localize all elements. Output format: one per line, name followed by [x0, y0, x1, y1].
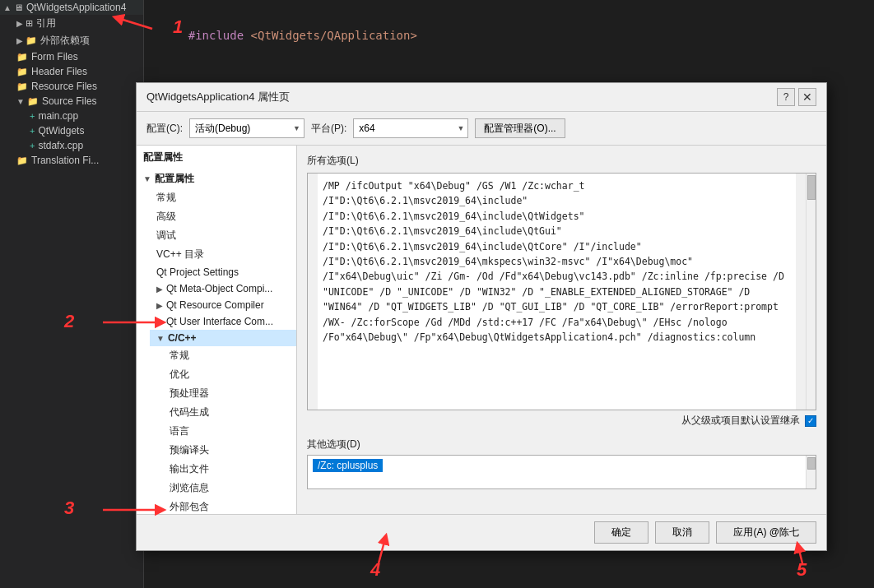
- dialog-help-button[interactable]: ?: [777, 88, 795, 106]
- apply-button[interactable]: 应用(A) @陈七: [716, 521, 816, 544]
- cancel-button[interactable]: 取消: [655, 521, 709, 544]
- selected-option-token[interactable]: /Zc: cplusplus: [313, 459, 383, 472]
- tree-node-qt-ui[interactable]: ▶Qt User Interface Com...: [150, 313, 296, 330]
- sidebar-item-extern[interactable]: ▶ 📁 外部依赖项: [0, 32, 143, 49]
- sidebar-item-header[interactable]: 📁 Header Files: [0, 64, 143, 79]
- expand-icon: ▲: [3, 3, 12, 12]
- inherit-row: 从父级或项目默认设置继承: [297, 410, 826, 431]
- folder-icon: 📁: [26, 35, 37, 46]
- other-options-section: 其他选项(D) /Zc: cplusplus: [307, 438, 816, 489]
- sidebar-item-label: QtWidgets: [38, 125, 84, 137]
- sidebar-item-form[interactable]: 📁 Form Files: [0, 49, 143, 64]
- expand-icon: ▼: [156, 334, 165, 343]
- ok-button[interactable]: 确定: [594, 521, 649, 544]
- config-label: 配置(C):: [146, 122, 183, 136]
- file-tree-panel: ▲ 🖥 QtWidgetsApplication4 ▶ ⊞ 引用 ▶ 📁 外部依…: [0, 0, 144, 588]
- config-bar: 配置(C): 活动(Debug) 平台(P): x64 配置管理器(O)...: [137, 112, 826, 146]
- platform-select[interactable]: x64: [353, 118, 468, 138]
- sidebar-item-label: 引用: [36, 16, 56, 30]
- expand-icon: ▼: [143, 174, 151, 183]
- expand-icon: ▼: [16, 97, 25, 106]
- dialog-titlebar: QtWidgetsApplication4 属性页 ? ✕: [137, 83, 826, 112]
- other-scrollbar-thumb[interactable]: [807, 457, 816, 470]
- code-line-2: [160, 63, 858, 81]
- expand-icon: ▶: [156, 301, 163, 310]
- code-line-1: #include <QtWidgets/QApplication>: [160, 8, 858, 63]
- tree-node-qt-project[interactable]: Qt Project Settings: [150, 264, 296, 280]
- tree-node-vcdir[interactable]: VC++ 目录: [150, 245, 296, 264]
- ref-icon: ⊞: [26, 18, 33, 29]
- sidebar-item-label: QtWidgetsApplication4: [26, 2, 126, 13]
- sidebar-item-ref[interactable]: ▶ ⊞ 引用: [0, 15, 143, 32]
- project-icon: 🖥: [14, 2, 23, 12]
- sidebar-item-label: main.cpp: [38, 110, 78, 122]
- tree-node-preprocessor[interactable]: 预处理器: [163, 384, 296, 403]
- tree-node-language[interactable]: 语言: [163, 422, 296, 441]
- platform-label: 平台(P):: [311, 122, 346, 136]
- tree-node-codegen[interactable]: 代码生成: [163, 403, 296, 422]
- tree-node-advanced[interactable]: 高级: [150, 207, 296, 226]
- tree-node-general[interactable]: 常规: [150, 188, 296, 207]
- tree-node-qt-resource[interactable]: ▶Qt Resource Compiler: [150, 297, 296, 313]
- folder-icon: 📁: [27, 96, 39, 107]
- expand-icon: ▶: [156, 285, 163, 294]
- sidebar-item-label: Translation Fi...: [31, 155, 99, 166]
- tree-node-external[interactable]: 外部包含: [163, 498, 296, 514]
- content-panel: 所有选项(L) /MP /ifcOutput "x64\Debug" /GS /…: [297, 146, 826, 514]
- sidebar-item-qtwidgets[interactable]: + QtWidgets: [0, 123, 143, 138]
- folder-icon: 📁: [16, 81, 28, 92]
- tree-node-cpp[interactable]: ▼C/C++: [150, 330, 296, 346]
- sidebar-item-translation[interactable]: 📁 Translation Fi...: [0, 153, 143, 168]
- inherit-checkbox[interactable]: [805, 415, 816, 427]
- properties-dialog: QtWidgetsApplication4 属性页 ? ✕ 配置(C): 活动(…: [136, 82, 827, 551]
- file-icon: +: [30, 111, 35, 121]
- dialog-close-button[interactable]: ✕: [798, 88, 816, 106]
- dialog-controls: ? ✕: [777, 88, 816, 106]
- sidebar-item-source[interactable]: ▼ 📁 Source Files: [0, 94, 143, 109]
- sidebar-item-label: 外部依赖项: [40, 34, 90, 48]
- sidebar-item-resource[interactable]: 📁 Resource Files: [0, 79, 143, 94]
- tree-node-config[interactable]: ▼配置属性: [137, 169, 296, 188]
- config-select-wrapper: 活动(Debug): [189, 118, 305, 138]
- file-icon: +: [30, 126, 35, 136]
- sidebar-item-label: Resource Files: [31, 81, 97, 92]
- sidebar-item-label: stdafx.cpp: [38, 140, 83, 151]
- tree-node-pch[interactable]: 预编译头: [163, 441, 296, 460]
- tree-node-cpp-general[interactable]: 常规: [163, 346, 296, 365]
- dialog-footer: 确定 取消 应用(A) @陈七: [137, 514, 826, 550]
- other-scrollbar[interactable]: [806, 456, 816, 488]
- sidebar-item-label: Form Files: [31, 51, 78, 63]
- tree-node-output[interactable]: 输出文件: [163, 460, 296, 479]
- other-input-box[interactable]: /Zc: cplusplus: [308, 456, 806, 488]
- tree-panel-label: 配置属性: [137, 146, 296, 169]
- file-icon: +: [30, 141, 35, 150]
- platform-select-wrapper: x64: [353, 118, 468, 138]
- other-options-label: 其他选项(D): [307, 438, 816, 451]
- sidebar-item-root[interactable]: ▲ 🖥 QtWidgetsApplication4: [0, 0, 143, 15]
- tree-node-debug[interactable]: 调试: [150, 226, 296, 245]
- tree-node-browse[interactable]: 浏览信息: [163, 479, 296, 498]
- tree-panel: 配置属性 ▼配置属性 常规 高级 调试 VC++ 目录 Qt Project S…: [137, 146, 297, 514]
- scrollbar[interactable]: [806, 174, 816, 410]
- folder-icon: 📁: [16, 67, 28, 77]
- sidebar-item-main[interactable]: + main.cpp: [0, 109, 143, 123]
- sidebar-item-label: Source Files: [42, 95, 97, 107]
- expand-icon: ▶: [16, 19, 23, 28]
- options-text: /MP /ifcOutput "x64\Debug" /GS /W1 /Zc:w…: [323, 178, 791, 345]
- folder-icon: 📁: [16, 52, 28, 63]
- config-select[interactable]: 活动(Debug): [189, 118, 305, 138]
- sidebar-item-label: Header Files: [31, 66, 87, 77]
- all-options-box[interactable]: /MP /ifcOutput "x64\Debug" /GS /W1 /Zc:w…: [318, 174, 796, 410]
- tree-node-optimization[interactable]: 优化: [163, 365, 296, 384]
- scrollbar-thumb[interactable]: [807, 175, 816, 200]
- tree-node-qt-meta[interactable]: ▶Qt Meta-Object Compi...: [150, 280, 296, 297]
- dialog-body: 配置属性 ▼配置属性 常规 高级 调试 VC++ 目录 Qt Project S…: [137, 146, 826, 514]
- folder-icon: 📁: [16, 155, 28, 166]
- all-options-label: 所有选项(L): [297, 149, 826, 173]
- inherit-label: 从父级或项目默认设置继承: [681, 414, 800, 428]
- dialog-title: QtWidgetsApplication4 属性页: [146, 90, 290, 104]
- expand-icon: ▶: [16, 36, 23, 45]
- manage-button[interactable]: 配置管理器(O)...: [475, 118, 565, 138]
- sidebar-item-stdafx[interactable]: + stdafx.cpp: [0, 138, 143, 153]
- expand-icon: ▶: [156, 317, 163, 326]
